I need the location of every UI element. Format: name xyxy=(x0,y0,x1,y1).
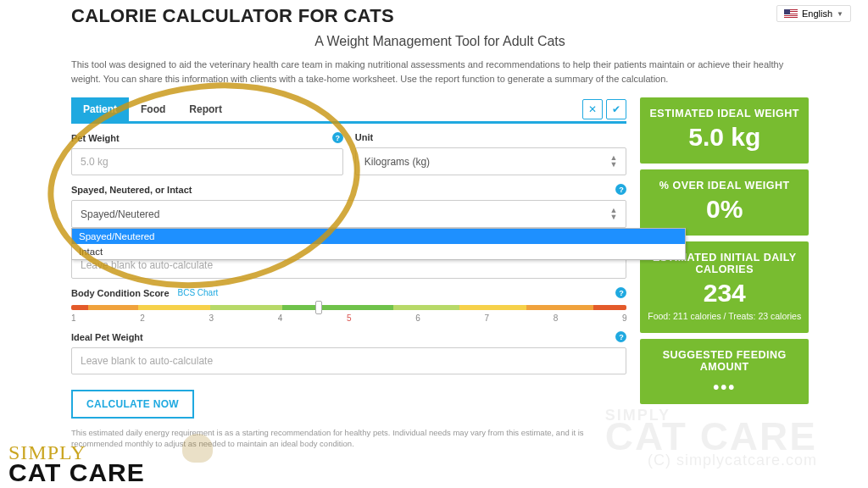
unit-label: Unit xyxy=(355,132,373,142)
ellipsis-icon: ••• xyxy=(647,378,802,397)
unit-select[interactable]: Kilograms (kg) ▲▼ xyxy=(355,147,627,175)
help-icon[interactable]: ? xyxy=(332,132,343,143)
status-select[interactable]: Spayed/Neutered ▲▼ xyxy=(71,200,626,228)
status-label: Spayed, Neutered, or Intact xyxy=(71,185,192,195)
bcs-chart-link[interactable]: BCS Chart xyxy=(178,288,219,297)
chevron-updown-icon: ▲▼ xyxy=(610,155,618,168)
bcs-ticks: 1 2 3 4 5 6 7 8 9 xyxy=(71,313,626,323)
status-option-intact[interactable]: Intact xyxy=(72,244,685,259)
bcs-label: Body Condition Score xyxy=(71,288,170,298)
clear-button[interactable]: ✕ xyxy=(582,99,603,119)
intro-text: This tool was designed to aid the veteri… xyxy=(71,58,809,86)
pet-weight-label: Pet Weight xyxy=(71,133,120,143)
status-value: Spayed/Neutered xyxy=(81,208,159,220)
tab-bar: Patient Food Report ✕ ✔ xyxy=(71,97,626,124)
status-dropdown: Spayed/Neutered Intact xyxy=(71,228,686,260)
bcs-slider-handle[interactable] xyxy=(315,301,322,314)
chevron-updown-icon: ▲▼ xyxy=(610,208,618,220)
calculate-button[interactable]: CALCULATE NOW xyxy=(71,390,194,419)
chevron-down-icon: ▼ xyxy=(837,10,843,18)
confirm-button[interactable]: ✔ xyxy=(606,99,626,119)
disclaimer-text: This estimated daily energy requirement … xyxy=(71,427,626,450)
status-option-spayed[interactable]: Spayed/Neutered xyxy=(72,229,685,244)
help-icon[interactable]: ? xyxy=(615,184,626,195)
tab-food[interactable]: Food xyxy=(129,97,177,121)
close-icon: ✕ xyxy=(588,103,597,115)
check-icon: ✔ xyxy=(612,103,620,115)
flag-us-icon xyxy=(784,9,798,19)
help-icon[interactable]: ? xyxy=(615,287,626,298)
watermark-url: (C) simplycatcare.com xyxy=(648,452,817,469)
ideal-weight-label: Ideal Pet Weight xyxy=(71,332,143,342)
tab-report[interactable]: Report xyxy=(177,97,234,121)
brand-logo: SIMPLY CAT CARE xyxy=(8,444,145,483)
page-subtitle: A Weight Management Tool for Adult Cats xyxy=(71,34,809,49)
pet-weight-input[interactable] xyxy=(71,148,343,175)
unit-value: Kilograms (kg) xyxy=(364,156,430,168)
result-feeding: SUGGESTED FEEDING AMOUNT ••• xyxy=(640,339,809,404)
page-title: CALORIE CALCULATOR FOR CATS xyxy=(71,5,809,27)
tab-patient[interactable]: Patient xyxy=(71,97,129,121)
result-ideal-weight: ESTIMATED IDEAL WEIGHT 5.0 kg xyxy=(640,97,809,164)
ideal-weight-input[interactable] xyxy=(71,347,626,374)
result-pct-over: % OVER IDEAL WEIGHT 0% xyxy=(640,169,809,236)
bcs-slider[interactable] xyxy=(71,305,626,310)
cat-silhouette-icon xyxy=(182,434,213,463)
language-selector[interactable]: English ▼ xyxy=(776,5,851,22)
language-label: English xyxy=(802,8,832,19)
help-icon[interactable]: ? xyxy=(615,331,626,342)
